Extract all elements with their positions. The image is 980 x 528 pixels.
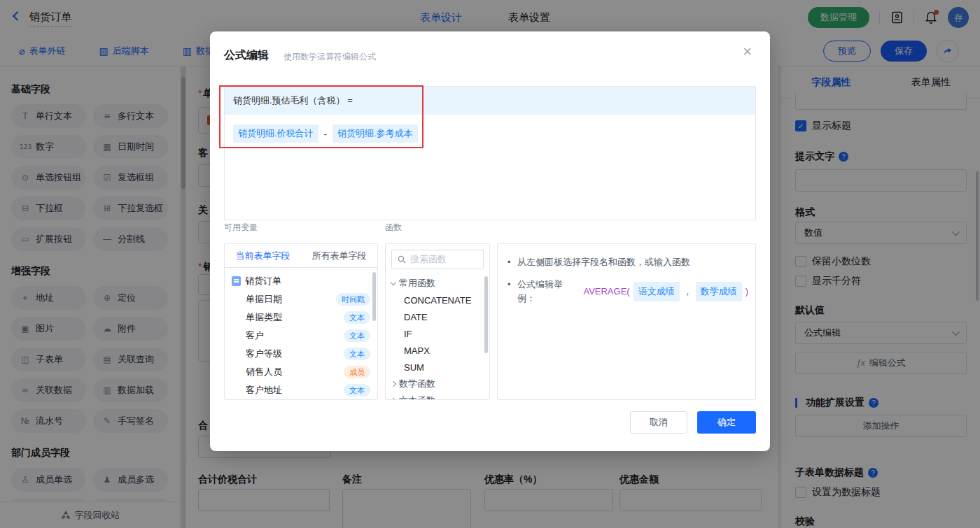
function-group-text[interactable]: 文本函数	[386, 392, 489, 400]
example-prefix: 公式编辑举例：	[517, 278, 580, 306]
modal-subtitle: 使用数学运算符编辑公式	[284, 51, 376, 63]
functions-scrollbar[interactable]	[484, 276, 488, 353]
confirm-button[interactable]: 确定	[697, 411, 756, 434]
variable-name: 单据类型	[246, 311, 344, 324]
cancel-button[interactable]: 取消	[630, 411, 687, 434]
variables-tabs: 当前表单字段 所有表单字段	[225, 244, 377, 268]
modal-title: 公式编辑	[224, 48, 269, 63]
group-label: 文本函数	[399, 394, 435, 400]
form-designer-app: 销货订单 表单设计 表单设置 数据管理 存 ⌀表单外链 ▨后端脚本 ▥数据权限	[0, 0, 980, 528]
type-badge: 成员	[344, 366, 370, 378]
example-function: AVERAGE(	[583, 285, 629, 299]
variable-name: 客户地址	[246, 384, 344, 397]
help-tip-2: 公式编辑举例：AVERAGE( 语文成绩， 数学成绩)	[517, 278, 748, 306]
formula-edit-modal: 公式编辑 使用数学运算符编辑公式 × 销货明细.预估毛利（含税） = 销货明细.…	[210, 31, 770, 451]
function-item[interactable]: SUM	[386, 359, 489, 376]
example-close-paren: )	[746, 285, 748, 299]
function-search-input[interactable]: 搜索函数	[391, 250, 484, 269]
function-item[interactable]: MAPX	[386, 342, 489, 359]
type-badge: 文本	[344, 311, 370, 324]
help-tip-1: 从左侧面板选择字段名和函数，或输入函数	[517, 255, 748, 269]
formula-field-chip[interactable]: 销货明细.参考成本	[332, 124, 418, 143]
variable-name: 单据日期	[246, 293, 336, 306]
variable-name: 销售人员	[246, 366, 344, 378]
chevron-collapsed-icon	[391, 398, 396, 400]
search-placeholder: 搜索函数	[410, 253, 447, 266]
chevron-expanded-icon	[391, 279, 396, 285]
variable-row[interactable]: 客户地址文本	[225, 381, 377, 399]
type-badge: 文本	[344, 329, 370, 342]
function-item[interactable]: IF	[386, 325, 489, 342]
function-item[interactable]: DATE	[386, 308, 489, 325]
close-icon[interactable]: ×	[743, 44, 752, 59]
type-badge: 文本	[344, 384, 370, 397]
tree-root-form[interactable]: 销货订单	[225, 272, 377, 290]
modal-footer: 取消 确定	[630, 411, 756, 434]
variable-row[interactable]: 单据类型文本	[225, 308, 377, 327]
function-group-common[interactable]: 常用函数	[386, 275, 489, 292]
help-panel: 从左侧面板选择字段名和函数，或输入函数 公式编辑举例：AVERAGE( 语文成绩…	[497, 243, 756, 400]
variables-scrollbar[interactable]	[372, 272, 376, 321]
type-badge: 文本	[344, 348, 370, 360]
variable-row[interactable]: 客户等级文本	[225, 345, 377, 363]
variable-row[interactable]: 客户文本	[225, 327, 377, 345]
tab-all-form-fields[interactable]: 所有表单字段	[301, 244, 377, 267]
type-badge: 时间戳	[336, 293, 370, 306]
formula-field-chip[interactable]: 销货明细.价税合计	[233, 124, 318, 143]
variables-panel: 当前表单字段 所有表单字段 销货订单 单据日期时间戳 单据类型文本 客户文本 客…	[224, 243, 378, 400]
variable-name: 客户	[246, 329, 344, 342]
variable-row-clipped	[225, 399, 377, 400]
group-label: 数学函数	[399, 378, 435, 390]
example-field-chip: 数学成绩	[696, 282, 742, 301]
example-comma: ，	[683, 285, 692, 299]
functions-panel: 搜索函数 常用函数 CONCATENATE DATE IF MAPX SUM 数…	[385, 243, 490, 400]
tab-current-form-fields[interactable]: 当前表单字段	[225, 244, 301, 267]
group-label: 常用函数	[399, 277, 435, 290]
search-icon	[398, 255, 406, 264]
formula-target-row: 销货明细.预估毛利（含税） =	[225, 87, 755, 115]
chevron-collapsed-icon	[391, 381, 396, 387]
variables-tree: 销货订单 单据日期时间戳 单据类型文本 客户文本 客户等级文本 销售人员成员 客…	[225, 268, 377, 400]
functions-label: 函数	[385, 222, 402, 234]
variable-row[interactable]: 单据日期时间戳	[225, 290, 377, 308]
function-item[interactable]: CONCATENATE	[386, 292, 489, 308]
formula-expression-row: 销货明细.价税合计 - 销货明细.参考成本	[225, 115, 755, 152]
form-doc-icon	[232, 276, 241, 286]
function-group-math[interactable]: 数学函数	[386, 376, 489, 392]
example-field-chip: 语文成绩	[634, 282, 680, 301]
available-variables-label: 可用变量	[224, 222, 258, 234]
variable-row[interactable]: 销售人员成员	[225, 363, 377, 381]
formula-target: 销货明细.预估毛利（含税） =	[233, 94, 353, 107]
formula-operator: -	[324, 129, 327, 139]
tree-root-label: 销货订单	[245, 275, 281, 287]
formula-editor[interactable]: 销货明细.预估毛利（含税） = 销货明细.价税合计 - 销货明细.参考成本	[224, 86, 756, 220]
variable-name: 客户等级	[246, 348, 344, 360]
